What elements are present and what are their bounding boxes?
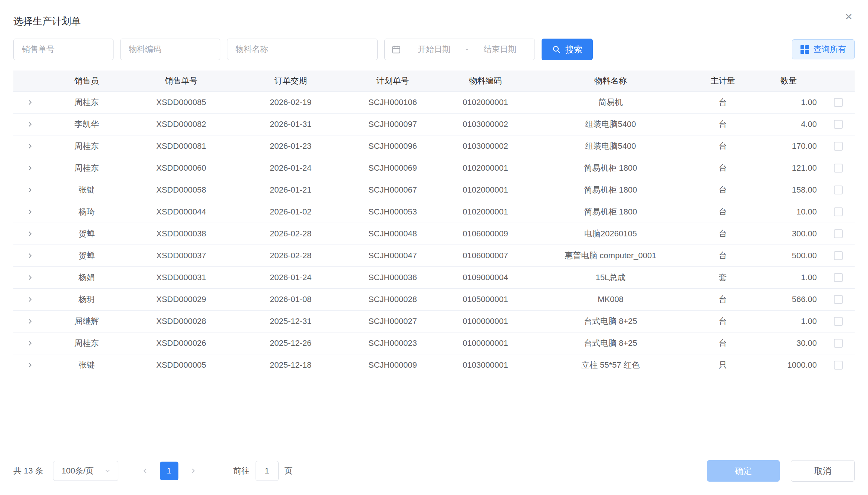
search-button[interactable]: 搜索 [542, 39, 593, 60]
material-code-input[interactable] [120, 39, 220, 60]
cancel-button[interactable]: 取消 [791, 460, 855, 482]
table-row[interactable]: 贺蝉 XSDD000038 2026-02-28 SCJH000048 0106… [13, 223, 855, 245]
cell-plan-no: SCJH000027 [345, 317, 440, 326]
date-end-placeholder[interactable]: 结束日期 [472, 44, 528, 55]
table-row[interactable]: 张键 XSDD000005 2025-12-18 SCJH000009 0103… [13, 354, 855, 376]
cell-material-code: 0102000001 [440, 98, 531, 107]
cell-unit: 台 [690, 184, 755, 196]
cell-material-name: MK008 [531, 295, 690, 304]
table-row[interactable]: 周桂东 XSDD000060 2026-01-24 SCJH000069 010… [13, 157, 855, 179]
date-start-placeholder[interactable]: 开始日期 [406, 44, 462, 55]
date-range-picker[interactable]: 开始日期 - 结束日期 [384, 39, 535, 60]
cell-salesperson: 杨琦 [47, 206, 126, 217]
confirm-button[interactable]: 确定 [707, 460, 780, 482]
expand-row-button[interactable] [23, 205, 37, 219]
row-checkbox[interactable] [834, 251, 843, 260]
table-row[interactable]: 周桂东 XSDD000085 2026-02-19 SCJH000106 010… [13, 92, 855, 114]
cell-material-code: 0106000007 [440, 251, 531, 260]
cell-delivery-date: 2026-01-24 [236, 273, 345, 282]
cell-unit: 台 [690, 97, 755, 108]
column-header-material-name: 物料名称 [531, 75, 690, 86]
sales-order-input[interactable] [13, 39, 114, 60]
column-header-material-code: 物料编码 [440, 75, 531, 86]
row-checkbox[interactable] [834, 229, 843, 238]
cell-sales-order: XSDD000031 [126, 273, 236, 282]
goto-page-input[interactable] [256, 461, 279, 481]
page-number-button[interactable]: 1 [160, 462, 178, 480]
cell-material-code: 0100000001 [440, 338, 531, 348]
cell-qty: 300.00 [755, 229, 822, 239]
cell-unit: 台 [690, 206, 755, 217]
cell-material-name: 简易机柜 1800 [531, 206, 690, 217]
cell-plan-no: SCJH000067 [345, 185, 440, 195]
column-header-salesperson: 销售员 [47, 75, 126, 86]
table-row[interactable]: 周桂东 XSDD000026 2025-12-26 SCJH000023 010… [13, 332, 855, 354]
next-page-button[interactable] [184, 462, 202, 480]
cell-material-name: 组装电脑5400 [531, 119, 690, 130]
row-checkbox[interactable] [834, 317, 843, 326]
table-row[interactable]: 屈继辉 XSDD000028 2025-12-31 SCJH000027 010… [13, 311, 855, 332]
row-checkbox[interactable] [834, 120, 843, 129]
expand-row-button[interactable] [23, 271, 37, 284]
cell-qty: 1.00 [755, 273, 822, 282]
query-all-button[interactable]: 查询所有 [792, 39, 855, 59]
cell-material-name: 15L总成 [531, 272, 690, 283]
material-name-input[interactable] [227, 39, 378, 60]
row-checkbox[interactable] [834, 295, 843, 304]
expand-row-button[interactable] [23, 118, 37, 131]
cell-material-code: 0109000004 [440, 273, 531, 282]
cell-sales-order: XSDD000029 [126, 295, 236, 304]
row-checkbox[interactable] [834, 339, 843, 348]
cell-delivery-date: 2026-01-24 [236, 163, 345, 173]
filter-bar: 开始日期 - 结束日期 搜索 查询所有 [13, 39, 855, 60]
table-row[interactable]: 杨琦 XSDD000044 2026-01-02 SCJH000053 0102… [13, 201, 855, 223]
cell-sales-order: XSDD000044 [126, 207, 236, 217]
row-checkbox[interactable] [834, 186, 843, 194]
row-checkbox[interactable] [834, 98, 843, 107]
cell-plan-no: SCJH000047 [345, 251, 440, 260]
cell-salesperson: 周桂东 [47, 141, 126, 152]
column-header-unit: 主计量 [690, 75, 755, 86]
expand-row-button[interactable] [23, 249, 37, 262]
goto-label: 前往 [233, 465, 250, 476]
expand-row-button[interactable] [23, 293, 37, 306]
cell-delivery-date: 2026-02-19 [236, 98, 345, 107]
dialog-actions: 确定 取消 [707, 460, 855, 482]
cell-salesperson: 屈继辉 [47, 316, 126, 327]
cell-delivery-date: 2025-12-18 [236, 360, 345, 370]
expand-row-button[interactable] [23, 96, 37, 109]
cell-plan-no: SCJH000096 [345, 141, 440, 151]
expand-row-button[interactable] [23, 337, 37, 350]
cell-salesperson: 周桂东 [47, 338, 126, 349]
row-checkbox[interactable] [834, 142, 843, 151]
cell-material-code: 0105000001 [440, 295, 531, 304]
expand-row-button[interactable] [23, 315, 37, 328]
cell-material-name: 简易机 [531, 97, 690, 108]
expand-row-button[interactable] [23, 140, 37, 153]
table-row[interactable]: 杨娟 XSDD000031 2026-01-24 SCJH000036 0109… [13, 267, 855, 289]
row-checkbox[interactable] [834, 361, 843, 370]
cell-salesperson: 张键 [47, 360, 126, 371]
cell-material-name: 台式电脑 8+25 [531, 338, 690, 349]
expand-row-button[interactable] [23, 161, 37, 175]
cell-sales-order: XSDD000005 [126, 360, 236, 370]
table-row[interactable]: 周桂东 XSDD000081 2026-01-23 SCJH000096 010… [13, 135, 855, 157]
cell-delivery-date: 2025-12-31 [236, 317, 345, 326]
expand-row-button[interactable] [23, 358, 37, 372]
row-checkbox[interactable] [834, 207, 843, 216]
page-size-select[interactable]: 100条/页 [53, 461, 118, 481]
prev-page-button[interactable] [136, 462, 154, 480]
table-row[interactable]: 张键 XSDD000058 2026-01-21 SCJH000067 0102… [13, 179, 855, 201]
cell-material-name: 立柱 55*57 红色 [531, 360, 690, 371]
cell-sales-order: XSDD000082 [126, 119, 236, 129]
table-row[interactable]: 李凯华 XSDD000082 2026-01-31 SCJH000097 010… [13, 114, 855, 135]
table-row[interactable]: 杨玥 XSDD000029 2026-01-08 SCJH000028 0105… [13, 289, 855, 311]
expand-row-button[interactable] [23, 227, 37, 240]
table-body: 周桂东 XSDD000085 2026-02-19 SCJH000106 010… [13, 92, 855, 376]
row-checkbox[interactable] [834, 164, 843, 173]
row-checkbox[interactable] [834, 273, 843, 282]
close-icon[interactable]: × [841, 8, 857, 24]
production-plan-table: 销售员 销售单号 订单交期 计划单号 物料编码 物料名称 主计量 数量 周桂东 … [13, 71, 855, 376]
expand-row-button[interactable] [23, 183, 37, 197]
table-row[interactable]: 贺蝉 XSDD000037 2026-02-28 SCJH000047 0106… [13, 245, 855, 267]
